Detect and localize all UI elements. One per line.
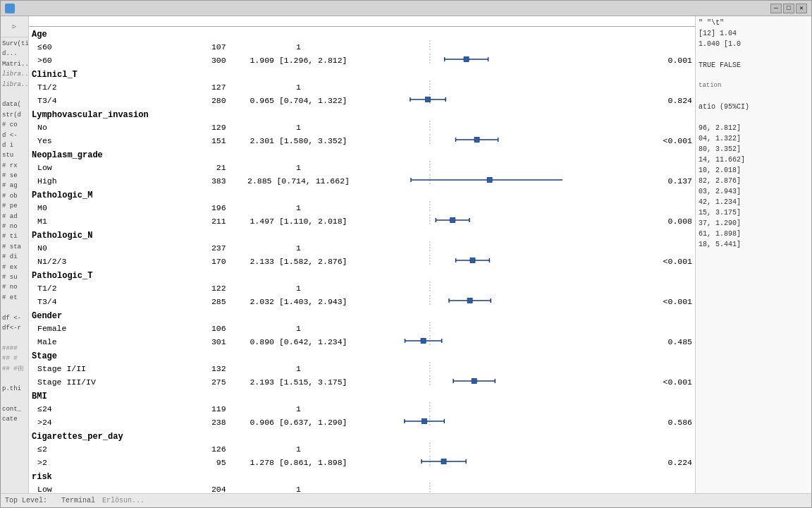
char-cell: M0 xyxy=(29,201,192,214)
hr-cell: 2.133 [1.582, 2.876] xyxy=(229,255,369,268)
svg-rect-23 xyxy=(487,178,492,183)
hr-cell: 1.278 [0.861, 1.898] xyxy=(229,456,369,469)
plot-cell xyxy=(368,442,637,456)
pval-cell xyxy=(637,201,695,214)
sidebar-code-data: data( xyxy=(2,99,27,109)
plot-cell xyxy=(368,54,637,67)
pval-cell: 0.586 xyxy=(637,416,695,429)
sidebar-code-et: # et xyxy=(2,293,27,303)
rp-hr3: 80, 3.352] xyxy=(699,144,808,155)
char-cell: M1 xyxy=(29,214,192,228)
hr-cell: 1 xyxy=(229,241,369,255)
group-label: BMI xyxy=(29,389,695,402)
sidebar-code-obs: # ob xyxy=(2,191,27,201)
pval-cell xyxy=(637,241,695,255)
table-row: N02371 xyxy=(29,241,695,255)
sidebar-hash3: ## #街 xyxy=(2,364,27,374)
table-row: ≤21261 xyxy=(29,442,695,456)
hr-cell: 0.906 [0.637, 1.290] xyxy=(229,416,369,429)
table-row: M12111.497 [1.110, 2.018]0.008 xyxy=(29,214,695,228)
title-bar-left xyxy=(5,4,18,13)
main-content: ▷ Surv(time-d... Matri... libra... libra… xyxy=(1,16,811,493)
sidebar-code-ext: # ex xyxy=(2,262,27,272)
sidebar-code-str: str(d xyxy=(2,110,27,120)
char-cell: Stage I/II xyxy=(29,362,192,375)
n-cell: 132 xyxy=(192,362,229,375)
title-bar: — □ ✕ xyxy=(1,1,811,16)
rp-hr11: 61, 1.898] xyxy=(699,229,808,239)
svg-rect-41 xyxy=(467,298,472,303)
group-label: Neoplasm_grade xyxy=(29,147,695,161)
n-cell: 21 xyxy=(192,161,229,174)
pval-cell: 0.001 xyxy=(637,54,695,67)
plot-cell xyxy=(368,362,637,375)
sidebar: ▷ Surv(time-d... Matri... libra... libra… xyxy=(1,16,29,493)
sidebar-top: ▷ xyxy=(1,16,28,37)
forest-plot-svg xyxy=(368,416,562,427)
n-cell: 301 xyxy=(192,335,229,349)
group-label: risk xyxy=(29,469,695,483)
forest-plot-svg xyxy=(368,94,562,105)
rp-hr2: 04, 1.322] xyxy=(699,133,808,144)
sidebar-code-nod: # no xyxy=(2,222,27,231)
hr-cell: 2.032 [1.403, 2.943] xyxy=(229,295,369,308)
char-cell: T3/4 xyxy=(29,295,192,308)
char-cell: T1/2 xyxy=(29,80,192,94)
sidebar-lib1: libra... xyxy=(2,69,27,79)
pval-cell: <0.001 xyxy=(637,295,695,308)
n-cell: 196 xyxy=(192,201,229,214)
forest-plot-svg xyxy=(368,241,562,253)
table-row: Gender xyxy=(29,308,695,322)
table-row: >2951.278 [0.861, 1.898]0.224 xyxy=(29,456,695,469)
bottom-terminal[interactable]: Terminal xyxy=(61,497,95,504)
hr-cell: 0.890 [0.642, 1.234] xyxy=(229,335,369,349)
hr-cell: 0.965 [0.704, 1.322] xyxy=(229,94,369,107)
table-row: Pathologic_N xyxy=(29,228,695,241)
sidebar-code-d2: d i xyxy=(2,140,27,150)
pval-cell xyxy=(637,483,695,493)
table-row: ≤601071 xyxy=(29,40,695,54)
group-label: Stage xyxy=(29,349,695,362)
hr-cell: 1.497 [1.110, 2.018] xyxy=(229,214,369,228)
forest-plot-svg xyxy=(368,214,562,226)
table-row: ≤241191 xyxy=(29,402,695,416)
pval-cell xyxy=(637,121,695,134)
sidebar-hash2: ## # xyxy=(2,353,27,363)
svg-rect-47 xyxy=(421,339,426,344)
sidebar-item[interactable]: Matri... xyxy=(2,59,27,69)
pval-cell xyxy=(637,322,695,335)
table-row: No1291 xyxy=(29,121,695,134)
table-row: >603001.909 [1.296, 2.812]0.001 xyxy=(29,54,695,67)
n-cell: 151 xyxy=(192,134,229,147)
sidebar-item[interactable]: Surv(time-d... xyxy=(2,39,27,59)
table-row: Pathologic_T xyxy=(29,268,695,282)
plot-cell xyxy=(368,402,637,416)
n-cell: 204 xyxy=(192,483,229,493)
hr-cell: 1 xyxy=(229,121,369,134)
rp-line2: [12] 1.04 xyxy=(699,28,808,39)
table-row: Lymphovascular_invasion xyxy=(29,107,695,121)
rp-line5: tation xyxy=(699,81,808,91)
close-button[interactable]: ✕ xyxy=(796,4,807,13)
plot-cell xyxy=(368,335,637,349)
svg-rect-59 xyxy=(422,419,427,424)
group-label: Clinicl_T xyxy=(29,67,695,80)
minimize-button[interactable]: — xyxy=(770,4,782,13)
maximize-button[interactable]: □ xyxy=(783,4,794,13)
forest-plot-svg xyxy=(368,134,562,145)
sidebar-code-stu: stu xyxy=(2,150,27,160)
rp-hr5: 10, 2.018] xyxy=(699,165,808,176)
sidebar-code-su: # su xyxy=(2,272,27,282)
svg-rect-11 xyxy=(426,97,431,102)
forest-plot-svg xyxy=(368,362,562,373)
hr-cell: 1.909 [1.296, 2.812] xyxy=(229,54,369,67)
pval-cell: 0.137 xyxy=(637,174,695,188)
rp-hr9: 15, 3.175] xyxy=(699,207,808,218)
table-row: Neoplasm_grade xyxy=(29,147,695,161)
pval-cell: <0.001 xyxy=(637,375,695,389)
n-cell: 275 xyxy=(192,375,229,389)
pval-cell xyxy=(637,362,695,375)
forest-plot-svg xyxy=(368,255,562,266)
forest-plot-svg xyxy=(368,322,562,333)
svg-rect-29 xyxy=(450,218,455,223)
